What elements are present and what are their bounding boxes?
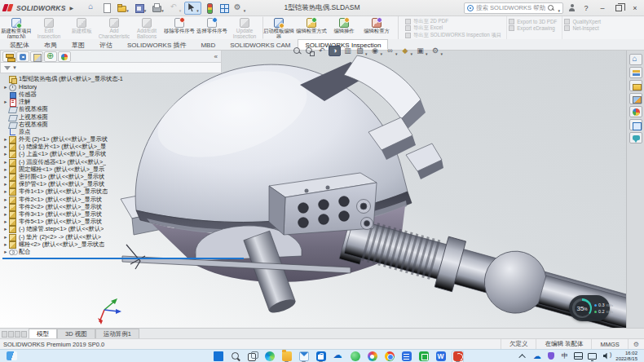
expand-arrow[interactable]: ▸ <box>2 211 9 218</box>
task-pane-tab[interactable] <box>629 54 642 65</box>
ribbon-button[interactable]: 编辑操作 <box>328 16 360 39</box>
expand-arrow[interactable]: ▸ <box>2 136 9 143</box>
tree-item[interactable]: ▸ 螺栓<2> (默认<<默认>_显示状态 <box>2 241 246 248</box>
help-search-box[interactable]: 搜索 SOLIDWORKS 帮助 <box>464 2 563 14</box>
ribbon-button[interactable]: Add Characteristic <box>98 16 130 39</box>
tray-icon[interactable]: 中 <box>560 351 569 360</box>
status-item[interactable]: 在编辑 装配体 <box>536 339 591 349</box>
tree-item[interactable]: 传感器 <box>2 90 246 98</box>
task-pane-tab[interactable] <box>629 67 642 78</box>
view-tool-button[interactable] <box>355 46 368 56</box>
export-item[interactable]: 导出至 Excel <box>405 25 501 33</box>
expand-arrow[interactable]: ▸ <box>2 204 9 210</box>
expand-arrow[interactable]: ▸ <box>2 234 9 241</box>
view-tool-button[interactable] <box>430 46 444 56</box>
export-item[interactable]: QualityXpert <box>564 18 601 25</box>
dropdown-caret-icon[interactable] <box>425 44 428 59</box>
ribbon-button[interactable]: 新建检查项目 (amp;N) <box>0 16 33 39</box>
feature-manager-tab[interactable] <box>2 51 15 62</box>
view-tool-button[interactable] <box>370 46 384 56</box>
quick-access-button[interactable] <box>85 2 99 15</box>
tray-icon[interactable] <box>602 351 611 360</box>
rollback-bar[interactable] <box>2 258 244 259</box>
expand-arrow[interactable]: ▸ <box>2 249 9 255</box>
expand-arrow[interactable]: ▸ <box>2 181 9 188</box>
taskbar-app-button[interactable] <box>263 351 276 362</box>
status-item[interactable]: MMGS <box>591 339 627 349</box>
expand-arrow[interactable]: ▸ <box>2 166 9 173</box>
taskbar-app-button[interactable] <box>417 351 430 362</box>
ribbon-tab[interactable]: 装配体 <box>2 39 37 50</box>
property-manager-tab[interactable] <box>16 51 29 62</box>
panel-collapse-icon[interactable]: « <box>214 53 219 60</box>
ribbon-button[interactable]: Update Inspection Project <box>228 16 261 39</box>
tree-filter-bar[interactable]: ▼ <box>0 63 222 73</box>
expand-arrow[interactable]: ▸ <box>2 99 9 105</box>
login-user-icon[interactable] <box>568 4 576 12</box>
tab-scroll-buttons[interactable] <box>0 331 29 338</box>
taskbar-app-button[interactable] <box>315 351 327 362</box>
taskbar-app-button[interactable] <box>280 351 293 362</box>
dropdown-caret-icon[interactable] <box>380 44 383 59</box>
ribbon-button[interactable]: Edit Inspection Project <box>33 16 65 39</box>
view-tool-button[interactable] <box>400 46 414 56</box>
dimxpert-manager-tab[interactable] <box>44 51 57 62</box>
expand-arrow[interactable]: ▸ <box>2 143 9 150</box>
display-manager-tab[interactable] <box>58 51 71 62</box>
taskbar-app-button[interactable] <box>434 351 447 362</box>
task-pane-tab[interactable] <box>629 80 642 91</box>
ribbon-tab[interactable]: SOLIDWORKS CAM <box>223 39 298 50</box>
ribbon-button[interactable]: 编辑检查方 <box>360 16 393 39</box>
export-item[interactable]: Net-Inspect <box>564 25 601 33</box>
expand-arrow[interactable]: ▸ <box>2 241 9 248</box>
quick-access-button[interactable] <box>217 2 231 15</box>
minimize-button[interactable]: – <box>597 4 608 12</box>
task-pane-tab[interactable] <box>629 119 642 130</box>
ribbon-tab[interactable]: 草图 <box>64 39 92 50</box>
quick-access-button[interactable] <box>149 2 166 15</box>
menu-flyout-arrow-icon[interactable]: ▶ <box>70 5 74 11</box>
quick-access-button[interactable] <box>184 2 201 15</box>
tray-icon[interactable] <box>518 351 527 360</box>
taskbar-app-button[interactable] <box>332 351 344 362</box>
ribbon-tab[interactable]: SOLIDWORKS 插件 <box>120 39 193 50</box>
ribbon-button[interactable]: 移除零件序号 <box>163 16 196 39</box>
status-options-icon[interactable]: ⚙ <box>628 339 644 349</box>
export-item[interactable]: Export eDrawing <box>509 25 557 33</box>
expand-arrow[interactable]: ▸ <box>2 219 9 225</box>
expand-arrow[interactable]: ▸ <box>2 196 9 203</box>
taskbar-clock[interactable]: 16:02 2022/8/15 <box>615 351 639 361</box>
document-tab[interactable]: 3D 视图 <box>57 329 95 338</box>
dropdown-caret-icon[interactable] <box>196 1 199 15</box>
tray-icon[interactable] <box>588 351 597 360</box>
ribbon-tab[interactable]: 布局 <box>37 39 64 50</box>
view-tool-button[interactable] <box>316 46 327 56</box>
expand-arrow[interactable]: ▸ <box>2 188 9 195</box>
dropdown-caret-icon[interactable] <box>179 1 182 15</box>
dropdown-caret-icon[interactable] <box>364 44 368 59</box>
export-item[interactable]: 导出至 SOLIDWORKS Inspection 项目 <box>405 32 501 39</box>
ribbon-button[interactable]: 编辑检查方式 <box>295 16 328 39</box>
tree-root-item[interactable]: 1型铠装热电偶 (默认<默认>_显示状态-1 <box>2 75 246 82</box>
quick-access-button[interactable] <box>232 2 249 15</box>
expand-arrow[interactable]: ▸ <box>2 151 9 157</box>
view-tool-button[interactable] <box>304 46 315 56</box>
document-tab[interactable]: 模型 <box>29 329 57 338</box>
task-pane-tab[interactable] <box>629 106 642 117</box>
tray-icon[interactable] <box>574 351 583 360</box>
taskbar-app-button[interactable] <box>246 351 258 362</box>
taskbar-app-button[interactable] <box>229 351 241 362</box>
expand-arrow[interactable]: ▸ <box>2 174 9 180</box>
dropdown-caret-icon[interactable] <box>395 44 398 59</box>
document-tab[interactable]: 运动算例1 <box>95 329 139 338</box>
task-pane-tab[interactable] <box>629 132 642 143</box>
search-icon[interactable] <box>548 5 554 11</box>
view-tool-button[interactable] <box>329 46 341 56</box>
export-item[interactable]: 导出至 2D PDF <box>405 18 501 25</box>
ribbon-tab[interactable]: MBD <box>193 39 223 50</box>
status-item[interactable]: 欠定义 <box>501 339 536 349</box>
close-button[interactable]: × <box>629 4 641 12</box>
quick-access-button[interactable] <box>132 2 149 15</box>
quick-access-button[interactable] <box>202 2 216 15</box>
view-tool-button[interactable] <box>342 46 353 56</box>
